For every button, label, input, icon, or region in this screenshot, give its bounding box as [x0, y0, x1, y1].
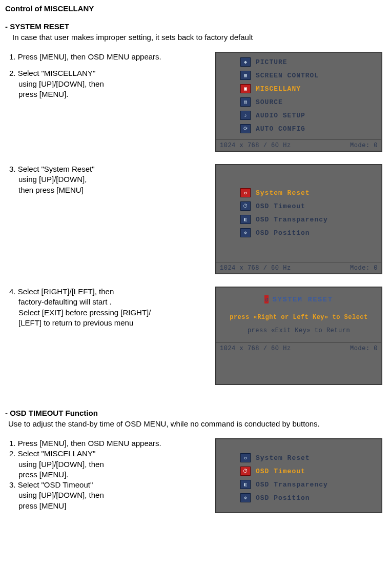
osd-item-label: AUDIO SETUP — [256, 112, 305, 119]
osd-item-osd-position[interactable]: ✥ OSD Position — [216, 226, 382, 239]
step-2-line3: press [MENU]. — [18, 89, 215, 99]
osd-item-label: OSD Position — [256, 229, 310, 237]
osd-item-system-reset[interactable]: ↺ System Reset — [216, 451, 382, 464]
screen-icon: ▦ — [240, 71, 251, 80]
step-2-line1: 2. Select "MISCELLANY" — [9, 68, 215, 78]
s2-step-2-line3: press [MENU]. — [18, 470, 215, 480]
osd-item-label: OSD Timeout — [256, 202, 305, 210]
osd-status-right: Mode: 0 — [350, 265, 378, 272]
reset-icon: ↺ — [240, 188, 251, 197]
transparency-icon: ◧ — [240, 215, 251, 224]
reset-icon: ↺ — [240, 453, 251, 462]
osd-item-picture[interactable]: ◆ PICTURE — [216, 55, 382, 69]
s2-step-3-line2: using [UP]/[DOWN], then — [18, 490, 215, 500]
osd-statusbar: 1024 x 768 / 60 Hz Mode: 0 — [216, 139, 382, 149]
row-step4: 4. Select [RIGHT]/[LEFT], then factory-d… — [5, 287, 385, 385]
step-3-line2: using [UP]/[DOWN], — [18, 174, 215, 185]
misc-icon: ▣ — [240, 84, 251, 93]
step-1-text: 1. Press [MENU], then OSD MENU appears. — [9, 52, 215, 62]
step-3-line3: then press [MENU] — [18, 185, 215, 195]
osd-item-osd-transparency[interactable]: ◧ OSD Transparency — [216, 213, 382, 226]
osd-item-label: MISCELLANY — [256, 85, 301, 93]
step-2-line2: using [UP]/[DOWN], then — [18, 79, 215, 89]
step-3-line1: 3. Select "System Reset" — [9, 164, 215, 174]
osd-status-left: 1024 x 768 / 60 Hz — [220, 345, 291, 352]
s2-step-3-line3: press [MENU] — [18, 501, 215, 511]
osd-item-label: PICTURE — [256, 58, 288, 66]
row-osd-timeout-steps: 1. Press [MENU], then OSD MENU appears. … — [5, 438, 385, 513]
osd-statusbar: 1024 x 768 / 60 Hz Mode: 0 — [216, 262, 382, 272]
section-osd-timeout-heading: - OSD TIMEOUT Function — [5, 409, 385, 417]
osd-item-label: OSD Position — [256, 494, 310, 502]
osd-misc-menu-reset-selected: ↺ System Reset ⏱ OSD Timeout ◧ OSD Trans… — [215, 164, 382, 274]
osd-item-osd-timeout[interactable]: ⏱ OSD Timeout — [216, 464, 382, 478]
s2-step-2-line2: using [UP]/[DOWN], then — [18, 459, 215, 470]
osd-reset-title: SYSTEM RESET — [273, 296, 333, 303]
osd-item-label: OSD Transparency — [256, 216, 328, 224]
section-system-reset-heading: - SYSTEM RESET — [5, 22, 385, 31]
position-icon: ✥ — [240, 228, 251, 237]
timeout-icon: ⏱ — [240, 467, 251, 476]
source-icon: ▤ — [240, 97, 251, 107]
auto-icon: ⟳ — [240, 124, 251, 133]
osd-item-label: System Reset — [256, 454, 310, 462]
osd-item-osd-timeout[interactable]: ⏱ OSD Timeout — [216, 199, 382, 213]
section-osd-timeout-desc: Use to adjust the stand-by time of OSD M… — [8, 419, 385, 428]
osd-item-label: SCREEN CONTROL — [256, 72, 319, 79]
osd-item-audio-setup[interactable]: ♪ AUDIO SETUP — [216, 109, 382, 122]
section-system-reset-desc: In case that user makes improper setting… — [12, 33, 385, 42]
row-step3: 3. Select "System Reset" using [UP]/[DOW… — [5, 164, 385, 274]
osd-item-screen-control[interactable]: ▦ SCREEN CONTROL — [216, 69, 382, 82]
page-title: Control of MISCELLANY — [5, 4, 385, 13]
row-step1-2: 1. Press [MENU], then OSD MENU appears. … — [5, 52, 385, 152]
osd-item-label: OSD Transparency — [256, 481, 328, 489]
osd-system-reset-confirm: ↺ SYSTEM RESET press «Right or Left Key»… — [215, 287, 382, 385]
osd-reset-instruction-return: press «Exit Key» to Return — [216, 326, 382, 335]
position-icon: ✥ — [240, 493, 251, 502]
osd-status-left: 1024 x 768 / 60 Hz — [220, 142, 291, 149]
s2-step-3-line1: 3. Select "OSD Timeout" — [9, 480, 215, 490]
osd-status-right: Mode: 0 — [350, 142, 378, 149]
osd-statusbar: 1024 x 768 / 60 Hz Mode: 0 — [216, 342, 382, 352]
osd-reset-instruction-select: press «Right or Left Key» to Select — [216, 313, 382, 322]
osd-item-label: SOURCE — [256, 98, 283, 106]
picture-icon: ◆ — [240, 57, 251, 67]
step-4-line3: Select [EXIT] before pressing [RIGHT]/ — [18, 308, 215, 318]
step-4-line4: [LEFT] to return to previous menu — [18, 318, 215, 328]
osd-item-source[interactable]: ▤ SOURCE — [216, 95, 382, 109]
osd-item-label: AUTO CONFIG — [256, 125, 305, 133]
osd-item-label: System Reset — [256, 189, 310, 197]
step-4-line2: factory-defaulting will start . — [18, 297, 215, 307]
s2-step-2-line1: 2. Select "MISCELLANY" — [9, 449, 215, 459]
osd-item-miscellany[interactable]: ▣ MISCELLANY — [216, 82, 382, 95]
s2-step-1: 1. Press [MENU], then OSD MENU appears. — [9, 438, 215, 449]
timeout-icon: ⏱ — [240, 201, 251, 211]
osd-item-osd-transparency[interactable]: ◧ OSD Transparency — [216, 478, 382, 491]
osd-status-left: 1024 x 768 / 60 Hz — [220, 265, 291, 272]
audio-icon: ♪ — [240, 111, 251, 120]
transparency-icon: ◧ — [240, 480, 251, 489]
osd-item-label: OSD Timeout — [256, 468, 305, 475]
osd-misc-menu-timeout-selected: ↺ System Reset ⏱ OSD Timeout ◧ OSD Trans… — [215, 438, 382, 513]
reset-icon: ↺ — [264, 295, 269, 303]
step-4-line1: 4. Select [RIGHT]/[LEFT], then — [9, 287, 215, 297]
osd-status-right: Mode: 0 — [350, 345, 378, 352]
osd-item-auto-config[interactable]: ⟳ AUTO CONFIG — [216, 122, 382, 135]
osd-item-osd-position[interactable]: ✥ OSD Position — [216, 491, 382, 504]
osd-item-system-reset[interactable]: ↺ System Reset — [216, 186, 382, 199]
osd-main-menu: ◆ PICTURE ▦ SCREEN CONTROL ▣ MISCELLANY … — [215, 52, 382, 152]
